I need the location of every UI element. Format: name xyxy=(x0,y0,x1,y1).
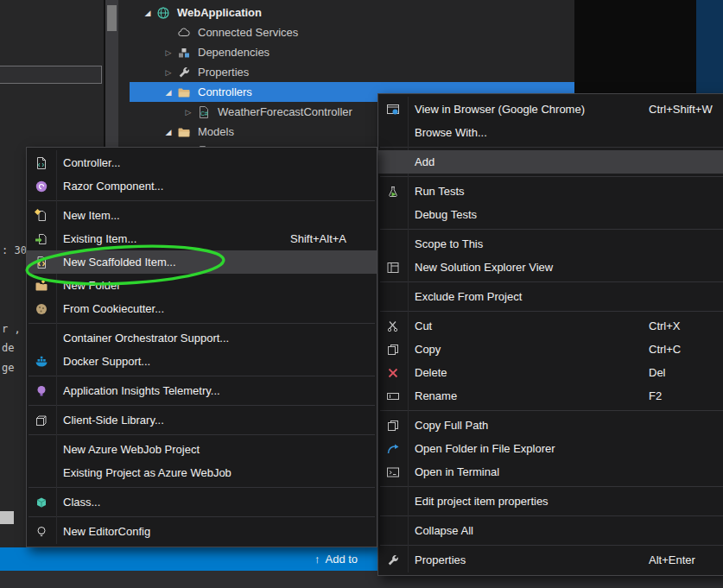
wrench-icon xyxy=(378,553,408,567)
code-fragment: ge xyxy=(2,362,14,374)
menu-item-view-in-browser[interactable]: View in Browser (Google Chrome) Ctrl+Shi… xyxy=(378,98,723,121)
tree-item-webapplication[interactable]: ◢ WebApplication xyxy=(118,3,574,22)
menu-item-properties[interactable]: Properties Alt+Enter xyxy=(378,548,723,572)
menu-item-new-folder[interactable]: New Folder xyxy=(27,274,377,297)
menu-item-label: Browse With... xyxy=(415,126,487,139)
menu-item-shortcut: F2 xyxy=(649,389,662,402)
menu-item-open-in-terminal[interactable]: Open in Terminal xyxy=(378,460,723,484)
tree-item-connected-services[interactable]: Connected Services xyxy=(118,22,574,42)
background-icon-fragment xyxy=(0,511,14,524)
copy-path-icon xyxy=(378,419,408,433)
scrollbar-thumb[interactable] xyxy=(107,5,117,31)
menu-item-shortcut: Del xyxy=(649,366,666,379)
menu-item-docker-support[interactable]: Docker Support... xyxy=(27,350,377,373)
menu-item-client-side-library[interactable]: Client-Side Library... xyxy=(27,408,377,432)
menu-item-new-azure-webjob-project[interactable]: New Azure WebJob Project xyxy=(27,438,377,461)
menu-item-label: Exclude From Project xyxy=(415,290,522,303)
scaffolded-item-icon xyxy=(27,256,56,269)
open-folder-icon xyxy=(378,442,408,456)
menu-item-label: Collapse All xyxy=(415,524,473,537)
expander-collapsed-icon[interactable]: ▷ xyxy=(181,108,195,117)
menu-item-controller[interactable]: Controller... xyxy=(27,151,377,174)
menu-item-scope-to-this[interactable]: Scope to This xyxy=(378,232,723,256)
expander-expanded-icon[interactable]: ◢ xyxy=(162,88,175,97)
menu-separator xyxy=(380,147,723,148)
menu-item-collapse-all[interactable]: Collapse All xyxy=(378,519,723,542)
folder-icon xyxy=(175,125,193,139)
menu-item-label: Properties xyxy=(415,553,466,566)
delete-icon xyxy=(378,366,408,380)
controller-doc-icon xyxy=(27,156,56,170)
menu-item-label: New EditorConfig xyxy=(63,525,150,538)
menu-item-rename[interactable]: Rename F2 xyxy=(378,384,723,408)
menu-item-run-tests[interactable]: Run Tests xyxy=(378,180,723,203)
menu-item-add[interactable]: Add xyxy=(378,150,723,174)
run-tests-icon xyxy=(378,185,408,199)
menu-item-label: New Item... xyxy=(63,209,120,222)
class-icon xyxy=(27,496,56,509)
dependencies-icon xyxy=(175,46,193,60)
menu-item-edit-project-item-properties[interactable]: Edit project item properties xyxy=(378,490,723,513)
menu-item-label: Docker Support... xyxy=(63,355,150,368)
menu-item-existing-project-as-azure-webjob[interactable]: Existing Project as Azure WebJob xyxy=(27,461,377,484)
tree-item-label: Models xyxy=(198,125,234,138)
menu-item-copy[interactable]: Copy Ctrl+C xyxy=(378,338,723,361)
code-fragment: de xyxy=(2,342,14,354)
add-to-source-control-button[interactable]: ↑ Add to xyxy=(314,547,358,571)
menu-item-label: Copy xyxy=(415,343,441,356)
menu-item-new-item[interactable]: New Item... xyxy=(27,204,377,227)
menu-item-label: Client-Side Library... xyxy=(63,414,164,427)
expander-expanded-icon[interactable]: ◢ xyxy=(141,9,155,17)
menu-item-browse-with[interactable]: Browse With... xyxy=(378,121,723,144)
menu-item-label: From Cookiecutter... xyxy=(63,302,164,315)
insights-icon xyxy=(27,384,56,398)
scissors-icon xyxy=(378,319,408,333)
menu-item-delete[interactable]: Delete Del xyxy=(378,361,723,384)
menu-item-shortcut: Ctrl+Shift+W xyxy=(649,103,713,116)
menu-item-from-cookiecutter[interactable]: From Cookiecutter... xyxy=(27,297,377,320)
menu-separator xyxy=(380,545,723,546)
expander-collapsed-icon[interactable]: ▷ xyxy=(162,48,175,57)
menu-separator xyxy=(29,516,375,517)
menu-item-cut[interactable]: Cut Ctrl+X xyxy=(378,314,723,338)
background-navy-strip xyxy=(696,0,723,100)
copy-icon xyxy=(378,343,408,357)
expander-expanded-icon[interactable]: ◢ xyxy=(162,128,175,136)
menu-item-container-orchestrator-support[interactable]: Container Orchestrator Support... xyxy=(27,326,377,350)
menu-item-shortcut: Ctrl+X xyxy=(649,319,680,332)
menu-item-new-solution-explorer-view[interactable]: New Solution Explorer View xyxy=(378,256,723,279)
menu-separator xyxy=(380,229,723,230)
tree-item-dependencies[interactable]: ▷ Dependencies xyxy=(118,42,574,62)
expander-collapsed-icon[interactable]: ▷ xyxy=(162,68,175,77)
code-fragment: : 30 xyxy=(2,244,27,256)
menu-item-label: Existing Project as Azure WebJob xyxy=(63,466,231,479)
add-submenu: Controller... Razor Component... New Ite… xyxy=(26,147,377,547)
vertical-scrollbar[interactable] xyxy=(104,0,118,149)
menu-item-exclude-from-project[interactable]: Exclude From Project xyxy=(378,285,723,308)
visual-studio-window: : 30 r , de ge ◢ WebApplication Connecte… xyxy=(0,0,723,588)
menu-item-label: Open Folder in File Explorer xyxy=(415,442,555,455)
menu-item-label: Debug Tests xyxy=(415,208,477,221)
menu-item-razor-component[interactable]: Razor Component... xyxy=(27,174,377,198)
menu-item-existing-item[interactable]: Existing Item... Shift+Alt+A xyxy=(27,227,377,250)
menu-item-shortcut: Ctrl+C xyxy=(649,343,681,356)
menu-item-new-editorconfig[interactable]: New EditorConfig xyxy=(27,520,377,543)
folder-icon xyxy=(175,85,193,99)
properties-wrench-icon xyxy=(175,66,193,79)
menu-item-class[interactable]: Class... xyxy=(27,490,377,514)
menu-separator xyxy=(380,176,723,177)
menu-separator xyxy=(380,486,723,487)
menu-item-copy-full-path[interactable]: Copy Full Path xyxy=(378,414,723,437)
menu-item-open-folder-in-file-explorer[interactable]: Open Folder in File Explorer xyxy=(378,437,723,460)
menu-item-new-scaffolded-item[interactable]: New Scaffolded Item... xyxy=(27,250,377,274)
cookiecutter-icon xyxy=(27,302,56,316)
menu-separator xyxy=(29,434,375,435)
tree-item-properties[interactable]: ▷ Properties xyxy=(118,62,574,82)
svg-text:C#: C# xyxy=(200,111,208,117)
tree-item-label: WeatherForecastController xyxy=(218,105,352,118)
editorconfig-icon xyxy=(27,525,56,539)
menu-separator xyxy=(29,405,375,406)
menu-item-debug-tests[interactable]: Debug Tests xyxy=(378,203,723,226)
menu-item-label: Razor Component... xyxy=(63,180,163,193)
menu-item-application-insights-telemetry[interactable]: Application Insights Telemetry... xyxy=(27,379,377,402)
